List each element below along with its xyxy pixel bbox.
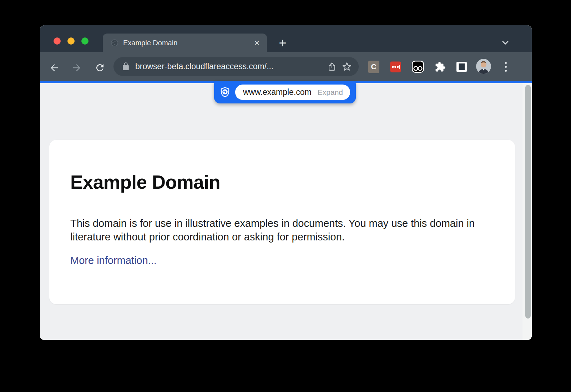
zoom-window-button[interactable] — [81, 37, 89, 45]
browser-menu-button[interactable] — [501, 60, 510, 73]
shield-arrow-icon — [219, 87, 231, 98]
bookmark-button[interactable] — [339, 59, 354, 74]
address-bar[interactable]: browser-beta.cloudflareaccess.com/... — [113, 57, 359, 76]
expand-button[interactable]: Expand — [318, 88, 343, 97]
extension-goggles-button[interactable] — [410, 59, 426, 75]
side-panel-icon — [456, 61, 468, 73]
extensions-menu-button[interactable] — [432, 59, 448, 75]
dot — [505, 66, 507, 68]
extension-lastpass-button[interactable] — [388, 59, 403, 75]
back-icon — [49, 62, 60, 73]
browser-window: Example Domain ✕ + — [40, 25, 532, 340]
globe-icon — [111, 39, 118, 47]
avatar-photo — [476, 59, 491, 74]
lastpass-icon — [390, 61, 401, 73]
tab-search-button[interactable] — [498, 36, 512, 50]
forward-button[interactable] — [70, 61, 84, 75]
tab-example-domain[interactable]: Example Domain ✕ — [103, 34, 267, 52]
isolation-domain-field[interactable]: www.example.com Expand — [235, 85, 350, 100]
reload-icon — [95, 62, 105, 73]
scrollbar-track[interactable] — [522, 83, 532, 340]
back-button[interactable] — [47, 61, 61, 75]
share-icon — [327, 62, 337, 72]
url-text: browser-beta.cloudflareaccess.com/... — [135, 62, 324, 71]
tab-close-icon[interactable]: ✕ — [254, 39, 260, 47]
content-card: Example Domain This domain is for use in… — [49, 140, 515, 304]
puzzle-icon — [435, 61, 446, 72]
dot — [505, 70, 507, 72]
scrollbar-thumb[interactable] — [525, 85, 531, 319]
share-button[interactable] — [324, 59, 339, 74]
more-information-link[interactable]: More information... — [70, 255, 157, 266]
page-body-text: This domain is for use in illustrative e… — [70, 217, 481, 244]
page-viewport: www.example.com Expand Example Domain Th… — [40, 83, 532, 340]
lock-icon — [121, 62, 130, 71]
chevron-down-icon — [501, 38, 510, 47]
new-tab-button[interactable]: + — [275, 35, 290, 51]
goggles-icon — [411, 60, 424, 73]
isolation-domain-pill[interactable]: www.example.com Expand — [214, 81, 356, 103]
tab-title: Example Domain — [123, 39, 254, 47]
tab-strip: Example Domain ✕ + — [40, 25, 532, 52]
reload-button[interactable] — [93, 61, 107, 75]
isolated-domain-text: www.example.com — [243, 87, 318, 97]
star-icon — [342, 61, 352, 72]
page-title: Example Domain — [70, 171, 481, 193]
side-panel-button[interactable] — [454, 59, 469, 75]
c-extension-icon: C — [368, 61, 379, 73]
profile-avatar[interactable] — [476, 59, 491, 74]
close-window-button[interactable] — [54, 37, 61, 45]
dot — [505, 62, 507, 64]
forward-icon — [71, 62, 82, 73]
browser-toolbar: browser-beta.cloudflareaccess.com/... C — [40, 52, 532, 81]
extension-c-button[interactable]: C — [366, 59, 381, 75]
minimize-window-button[interactable] — [67, 37, 75, 45]
